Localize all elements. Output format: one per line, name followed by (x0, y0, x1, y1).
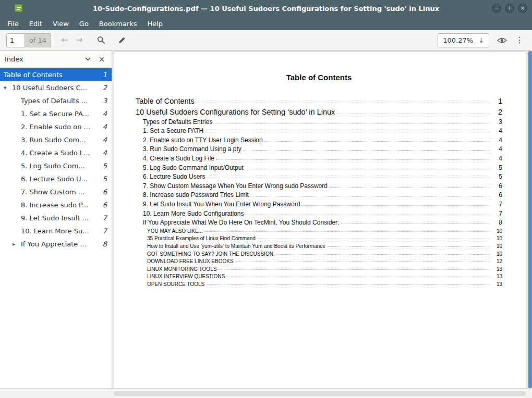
sidebar-close-button[interactable]: × (96, 55, 107, 64)
sidebar-item-page: 6 (103, 188, 107, 196)
toc-entry-label: Table of Contents (136, 97, 195, 105)
sidebar-item-page: 4 (103, 136, 107, 144)
dotted-leader (245, 215, 490, 215)
toc-entry-label: LINUX MONITORING TOOLS (147, 266, 216, 272)
sidebar-item[interactable]: 1. Set a Secure PA...4 (0, 107, 112, 120)
sidebar-item[interactable]: 3. Run Sudo Com...4 (0, 133, 112, 146)
expander-open-icon[interactable]: ▾ (4, 84, 12, 91)
toc-entry-page: 5 (492, 173, 502, 180)
toc-entry[interactable]: 1. Set a Secure PATH4 (136, 126, 502, 135)
toc-entry[interactable]: LINUX MONITORING TOOLS13 (136, 264, 502, 272)
vertical-scrollbar[interactable] (528, 51, 532, 388)
history-forward-button[interactable]: → (72, 33, 87, 47)
page-number-input[interactable]: 1 (6, 33, 25, 47)
toc-entry[interactable]: 10. Learn More Sudo Configurations7 (136, 208, 502, 217)
dotted-leader (257, 239, 490, 239)
menu-item-view[interactable]: View (47, 17, 74, 30)
toc-entry[interactable]: Types of Defaults Entries3 (136, 116, 502, 126)
sidebar-item[interactable]: 9. Let Sudo Insult ...7 (0, 212, 112, 225)
zoom-dropdown-arrow[interactable]: ↓ (478, 36, 484, 44)
sidebar-item-page: 5 (103, 175, 107, 183)
close-button[interactable]: × (518, 4, 527, 13)
dotted-leader (205, 132, 490, 132)
sidebar-item-label: 6. Lecture Sudo U... (21, 175, 100, 183)
toc-entry[interactable]: OPEN SOURCE TOOLS13 (136, 279, 502, 287)
toc-entry-page: 13 (492, 266, 502, 272)
toc-entry-label: 2. Enable sudo on TTY User Login Session (143, 136, 263, 144)
dotted-leader (196, 103, 490, 103)
toc-entry-page: 5 (492, 164, 502, 171)
menu-item-file[interactable]: File (2, 17, 24, 30)
toc-entry[interactable]: 9. Let Sudo Insult You When You Enter Wr… (136, 198, 502, 208)
app-icon (15, 4, 22, 12)
toc-entry[interactable]: 7. Show Custom Message When You Enter Wr… (136, 180, 502, 190)
toc-entry[interactable]: 3. Run Sudo Command Using a pty4 (136, 144, 502, 153)
sidebar-title: Index (5, 55, 85, 63)
sidebar-header: Index × (0, 51, 112, 68)
sidebar-item[interactable]: 8. Increase sudo P...6 (0, 198, 112, 212)
menu-item-help[interactable]: Help (142, 17, 168, 30)
toc-entry-page: 3 (492, 118, 502, 126)
sidebar-item-label: 2. Enable sudo on ... (21, 123, 100, 131)
sidebar-item[interactable]: ▾10 Useful Sudoers C...2 (0, 81, 112, 94)
toc-entry-label: GOT SOMETHING TO SAY? JOIN THE DISCUSSIO… (147, 251, 275, 257)
toc-entry[interactable]: DOWNLOAD FREE LINUX EBOOKS12 (136, 257, 502, 265)
toc-entry[interactable]: 4. Create a Sudo Log File4 (136, 153, 502, 162)
overflow-menu-button[interactable]: ⋮ (513, 33, 526, 47)
sidebar-item[interactable]: 6. Lecture Sudo U...5 (0, 172, 112, 185)
zoom-value: 100.27% (443, 36, 473, 44)
toc-entry[interactable]: How to Install and Use ‘yum-utils’ to Ma… (136, 241, 502, 249)
dotted-leader (204, 231, 490, 232)
sidebar-item[interactable]: 2. Enable sudo on ...4 (0, 120, 112, 133)
dotted-leader (245, 169, 490, 169)
toc-entry[interactable]: 2. Enable sudo on TTY User Login Session… (136, 134, 502, 144)
pdf-page[interactable]: Table of Contents Table of Contents110 U… (114, 52, 526, 388)
sidebar-item[interactable]: ▸If You Appreciate ...8 (0, 238, 112, 251)
toc-entry[interactable]: Table of Contents1 (136, 94, 502, 105)
toc-entry[interactable]: LINUX INTERVIEW QUESTIONS13 (136, 272, 502, 280)
dotted-leader (329, 187, 490, 188)
toc-entry[interactable]: 6. Lecture Sudo Users5 (136, 171, 502, 181)
toc-entry[interactable]: 8. Increase sudo Password Tries Limit6 (136, 190, 502, 199)
sidebar-item[interactable]: 7. Show Custom ...6 (0, 185, 112, 198)
toc-entry-label: How to Install and Use ‘yum-utils’ to Ma… (147, 243, 325, 249)
toc-entry-label: 7. Show Custom Message When You Enter Wr… (143, 182, 328, 190)
sidebar-item-page: 2 (103, 84, 107, 92)
toc-entry-page: 10 (492, 251, 502, 257)
zoom-control[interactable]: 100.27% ↓ (438, 33, 489, 47)
toc-entry[interactable]: 5. Log Sudo Command Input/Output5 (136, 162, 502, 171)
sidebar-item[interactable]: 4. Create a Sudo L...4 (0, 146, 112, 159)
dotted-leader (250, 196, 490, 196)
horizontal-scrollbar-thumb[interactable] (114, 391, 526, 396)
annotate-button[interactable] (115, 33, 129, 47)
maximize-button[interactable]: + (505, 4, 514, 13)
history-back-button[interactable]: ← (57, 33, 72, 47)
toc-entry[interactable]: 35 Practical Examples of Linux Find Comm… (136, 234, 502, 242)
sidebar-item[interactable]: 10. Learn More Su...7 (0, 225, 112, 238)
expander-closed-icon[interactable]: ▸ (13, 241, 21, 247)
horizontal-scrollbar-track[interactable] (0, 388, 532, 398)
toc-entry[interactable]: YOU MAY ALSO LIKE...10 (136, 226, 502, 234)
sidebar-item-page: 5 (103, 162, 107, 170)
sidebar-view-selector[interactable] (85, 57, 96, 61)
toc-entry[interactable]: GOT SOMETHING TO SAY? JOIN THE DISCUSSIO… (136, 249, 502, 257)
dotted-leader (226, 277, 490, 277)
toc-entry-label: 35 Practical Examples of Linux Find Comm… (147, 235, 256, 241)
eye-icon (497, 37, 507, 44)
search-button[interactable] (94, 33, 108, 47)
minimize-button[interactable]: − (492, 4, 501, 13)
sidebar-item[interactable]: Table of Contents1 (0, 68, 112, 81)
toc-entry-page: 6 (492, 191, 502, 198)
toc-entry-label: 4. Create a Sudo Log File (143, 155, 214, 162)
view-options-button[interactable] (494, 33, 509, 47)
sidebar-item[interactable]: 5. Log Sudo Com...5 (0, 159, 112, 172)
toc-entry[interactable]: 10 Useful Sudoers Configurations for Set… (136, 105, 502, 116)
titlebar: 10-Sudo-Configurations.pdf — 10 Useful S… (0, 0, 532, 17)
toolbar: 1 of 14 ← → 100.27% ↓ ⋮ (0, 30, 532, 51)
toc-entry-label: DOWNLOAD FREE LINUX EBOOKS (147, 258, 234, 264)
menu-item-go[interactable]: Go (74, 17, 94, 30)
sidebar-item[interactable]: Types of Defaults ...3 (0, 94, 112, 107)
menu-item-bookmarks[interactable]: Bookmarks (94, 17, 142, 30)
toc-entry[interactable]: If You Appreciate What We Do Here On Tec… (136, 217, 502, 227)
menu-item-edit[interactable]: Edit (24, 17, 47, 30)
